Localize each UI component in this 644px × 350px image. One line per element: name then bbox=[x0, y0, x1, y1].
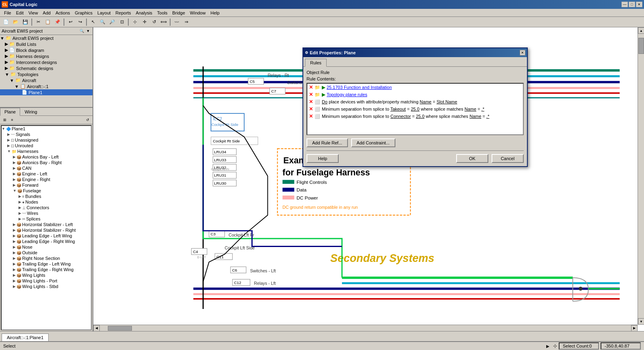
menu-bridge[interactable]: Bridge bbox=[170, 10, 187, 16]
plane-tree-item-8[interactable]: ▶📦Engine - Left bbox=[2, 171, 91, 177]
maximize-button[interactable]: □ bbox=[629, 2, 635, 7]
project-tree-item-0[interactable]: ▼📁Aircraft EWIS project bbox=[0, 35, 93, 41]
canvas-scrollbar-v[interactable]: ▲ ▼ bbox=[638, 27, 644, 325]
add-constraint-button[interactable]: Add Constraint... bbox=[351, 138, 395, 147]
tab-wiring[interactable]: Wiring bbox=[20, 108, 41, 115]
dialog-tab-rules[interactable]: Rules bbox=[305, 59, 327, 67]
rule-25-link-1[interactable]: 25.0 bbox=[411, 107, 419, 111]
rule-item-2[interactable]: ✕ 📁 ▶ Topology plane rules bbox=[307, 91, 523, 98]
tab-active[interactable]: Aircraft::-:1:Plane1 bbox=[2, 334, 49, 341]
menu-window[interactable]: Window bbox=[187, 10, 208, 16]
plane-tree-item-10[interactable]: ▶📦Forward bbox=[2, 182, 91, 188]
toolbar-pointer[interactable]: ↖ bbox=[88, 18, 97, 27]
scroll-thumb-h[interactable] bbox=[108, 326, 132, 331]
scroll-right-btn[interactable]: ▶ bbox=[631, 325, 638, 331]
plane-tree-item-4[interactable]: ▼📁Harnesses bbox=[2, 148, 91, 154]
rule-do-link[interactable]: Do bbox=[322, 99, 327, 104]
rule-item-1[interactable]: ✕ 📁 ▶ 25.1703 Function and Installation bbox=[307, 84, 523, 91]
scroll-left-btn[interactable]: ◀ bbox=[93, 325, 100, 331]
cancel-button[interactable]: Cancel bbox=[492, 154, 524, 163]
project-tree-item-8[interactable]: ▼📋Aircraft::-:1 bbox=[0, 83, 93, 89]
project-tree-item-9[interactable]: 📄Plane1 bbox=[0, 89, 93, 95]
menu-add[interactable]: Add bbox=[40, 10, 53, 16]
minimize-button[interactable]: — bbox=[621, 2, 628, 7]
toolbar-paste[interactable]: 📌 bbox=[53, 18, 62, 27]
tree-search-btn[interactable]: 🔍 bbox=[79, 28, 84, 34]
toolbar-move[interactable]: ✛ bbox=[140, 18, 149, 27]
rule-name-link-3a[interactable]: Name bbox=[420, 99, 431, 104]
plane-tree-item-22[interactable]: ▶📦Outside bbox=[2, 250, 91, 255]
rule-takeout-link[interactable]: Takeout bbox=[390, 107, 406, 111]
rule-25-link-2[interactable]: 25.0 bbox=[416, 114, 424, 119]
plane-tree-item-23[interactable]: ▶📦Right Nose Section bbox=[2, 255, 91, 261]
plane-tree-item-3[interactable]: ▶⊡Unrouted bbox=[2, 143, 91, 148]
toolbar-select[interactable]: ⊹ bbox=[130, 18, 139, 27]
scroll-down-btn[interactable]: ▼ bbox=[638, 318, 644, 325]
menu-file[interactable]: File bbox=[2, 10, 14, 16]
plane-tree-item-24[interactable]: ▶📦Trailing Edge - Left Wing bbox=[2, 261, 91, 267]
plane-tree-item-20[interactable]: ▶📦Leading Edge - Right Wing bbox=[2, 239, 91, 244]
plane-tree-item-25[interactable]: ▶📦Trailing Edge - Right Wing bbox=[2, 267, 91, 272]
menu-graphics[interactable]: Graphics bbox=[72, 10, 95, 16]
plane-tree-item-12[interactable]: ▶≡Bundles bbox=[2, 194, 91, 199]
toolbar-redo[interactable]: ↪ bbox=[76, 18, 84, 27]
menu-actions[interactable]: Actions bbox=[53, 10, 72, 16]
panel-btn-2[interactable]: ≡ bbox=[9, 117, 15, 123]
project-tree-item-5[interactable]: ▶📁Schematic designs bbox=[0, 65, 93, 71]
panel-refresh-btn[interactable]: ↺ bbox=[84, 117, 91, 123]
rule-connector-link[interactable]: Connector bbox=[391, 114, 411, 119]
project-tree-item-7[interactable]: ▼📁Aircraft bbox=[0, 77, 93, 83]
toolbar-save[interactable]: 💾 bbox=[21, 18, 30, 27]
toolbar-open[interactable]: 📂 bbox=[11, 18, 20, 27]
play-button[interactable]: ▶ bbox=[544, 342, 551, 350]
rule-item-5[interactable]: ✕ ⬜ Minimum separation from splice to Co… bbox=[307, 113, 523, 120]
tab-plane[interactable]: Plane bbox=[0, 108, 20, 116]
menu-view[interactable]: View bbox=[26, 10, 41, 16]
toolbar-undo[interactable]: ↩ bbox=[66, 18, 75, 27]
menu-edit[interactable]: Edit bbox=[14, 10, 26, 16]
rule-ref-1[interactable]: 25.1703 Function and Installation bbox=[327, 85, 392, 90]
rule-name-link-5[interactable]: Name bbox=[469, 114, 481, 119]
plane-tree-item-9[interactable]: ▶📦Engine - Right bbox=[2, 177, 91, 182]
project-tree-item-3[interactable]: ▶📁Harness designs bbox=[0, 53, 93, 59]
menu-analysis[interactable]: Analysis bbox=[134, 10, 155, 16]
plane-tree-item-6[interactable]: ▶📦Avionics Bay - Right bbox=[2, 160, 91, 165]
plane-tree-item-18[interactable]: ▶📦Horizontal Stabilizer - Right bbox=[2, 227, 91, 233]
plane-tree-item-19[interactable]: ▶📦Leading Edge - Left Wing bbox=[2, 233, 91, 239]
plane-tree-item-2[interactable]: ▶⊡Unassigned bbox=[2, 137, 91, 143]
toolbar-rotate[interactable]: ↺ bbox=[150, 18, 158, 27]
project-tree-item-2[interactable]: ▶📄Block diagram bbox=[0, 47, 93, 53]
edit-properties-dialog[interactable]: ⚙ Edit Properties: Plane ✕ Rules Object … bbox=[302, 47, 528, 167]
toolbar-route[interactable]: ⇒ bbox=[182, 18, 191, 27]
menu-reports[interactable]: Reports bbox=[113, 10, 134, 16]
tree-menu-btn[interactable]: ▼ bbox=[85, 28, 91, 34]
project-tree-item-4[interactable]: ▶📁Interconnect designs bbox=[0, 59, 93, 65]
plane-tree-item-21[interactable]: ▶📦Nose bbox=[2, 244, 91, 250]
close-button[interactable]: ✕ bbox=[636, 2, 642, 7]
plane-tree-item-5[interactable]: ▶📦Avionics Bay - Left bbox=[2, 154, 91, 160]
rule-name-link-4[interactable]: Name bbox=[465, 107, 476, 111]
toolbar-mirror[interactable]: ⟺ bbox=[159, 18, 168, 27]
scroll-up-btn[interactable]: ▲ bbox=[638, 27, 644, 34]
plane-tree-item-7[interactable]: ▶📦CAN bbox=[2, 165, 91, 171]
plane-tree-item-0[interactable]: ▼🔷Plane1 bbox=[2, 126, 91, 132]
plane-tree-item-16[interactable]: ▶✂Splices bbox=[2, 216, 91, 222]
project-tree-item-1[interactable]: ▶📁Build Lists bbox=[0, 41, 93, 47]
plane-tree-item-15[interactable]: ▶〰Wires bbox=[2, 210, 91, 216]
plane-tree-item-11[interactable]: ▼📦Fuselage bbox=[2, 188, 91, 194]
rule-item-4[interactable]: ✕ ⬜ Minimum separation from splice to Ta… bbox=[307, 105, 523, 113]
help-button[interactable]: Help bbox=[307, 154, 339, 163]
ok-button[interactable]: OK bbox=[456, 154, 488, 163]
plane-tree-item-28[interactable]: ▶📦Wing Lights - Stbd bbox=[2, 284, 91, 289]
rule-name-link-3b[interactable]: Slot Name bbox=[436, 99, 457, 104]
toolbar-copy[interactable]: 📋 bbox=[43, 18, 52, 27]
plane-tree-item-27[interactable]: ▶📦Wing Lights - Port bbox=[2, 278, 91, 284]
panel-btn-1[interactable]: ⊞ bbox=[2, 117, 8, 123]
scroll-thumb-v[interactable] bbox=[638, 38, 644, 54]
toolbar-cut[interactable]: ✂ bbox=[34, 18, 43, 27]
toolbar-zoom-in[interactable]: 🔍 bbox=[98, 18, 107, 27]
menu-tools[interactable]: Tools bbox=[155, 10, 170, 16]
plane-tree-item-14[interactable]: ▶⊥Connectors bbox=[2, 205, 91, 210]
plane-tree-item-13[interactable]: ▶●Nodes bbox=[2, 199, 91, 205]
dialog-close-button[interactable]: ✕ bbox=[520, 50, 525, 56]
